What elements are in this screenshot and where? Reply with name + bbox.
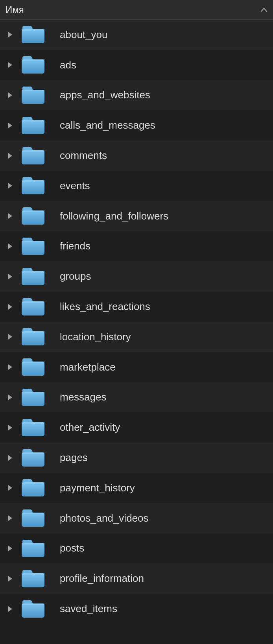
folder-icon bbox=[16, 176, 50, 195]
disclosure-triangle-icon[interactable] bbox=[5, 31, 16, 38]
folder-row[interactable]: about_you bbox=[0, 20, 273, 50]
folder-name: friends bbox=[60, 240, 90, 252]
folder-icon bbox=[16, 207, 50, 225]
svg-rect-7 bbox=[22, 120, 44, 122]
disclosure-triangle-icon[interactable] bbox=[5, 183, 16, 189]
folder-name: marketplace bbox=[60, 361, 116, 373]
folder-icon bbox=[16, 448, 50, 467]
folder-name: location_history bbox=[60, 331, 131, 343]
svg-rect-5 bbox=[22, 90, 44, 91]
svg-rect-15 bbox=[22, 241, 44, 242]
disclosure-triangle-icon[interactable] bbox=[5, 92, 16, 98]
folder-icon bbox=[16, 297, 50, 316]
folder-row[interactable]: following_and_followers bbox=[0, 201, 273, 231]
folder-row[interactable]: calls_and_messages bbox=[0, 110, 273, 140]
folder-row[interactable]: profile_information bbox=[0, 563, 273, 594]
disclosure-triangle-icon[interactable] bbox=[5, 153, 16, 159]
disclosure-triangle-icon[interactable] bbox=[5, 606, 16, 612]
folder-name: ads bbox=[60, 59, 76, 71]
folder-row[interactable]: comments bbox=[0, 140, 273, 171]
folder-list: about_you ads bbox=[0, 20, 273, 624]
file-list-panel: Имя bbox=[0, 0, 273, 624]
disclosure-triangle-icon[interactable] bbox=[5, 213, 16, 219]
svg-rect-18 bbox=[22, 301, 44, 316]
folder-row[interactable]: apps_and_websites bbox=[0, 80, 273, 111]
svg-rect-3 bbox=[22, 59, 44, 61]
svg-rect-37 bbox=[22, 573, 44, 575]
folder-row[interactable]: photos_and_videos bbox=[0, 503, 273, 533]
folder-row[interactable]: marketplace bbox=[0, 352, 273, 382]
disclosure-triangle-icon[interactable] bbox=[5, 515, 16, 521]
folder-name: messages bbox=[60, 391, 107, 403]
svg-rect-33 bbox=[22, 513, 44, 514]
svg-rect-20 bbox=[22, 331, 44, 345]
svg-rect-14 bbox=[22, 241, 44, 255]
svg-rect-30 bbox=[22, 482, 44, 496]
folder-row[interactable]: saved_items bbox=[0, 594, 273, 624]
folder-row[interactable]: pages bbox=[0, 443, 273, 473]
svg-rect-36 bbox=[22, 573, 44, 587]
disclosure-triangle-icon[interactable] bbox=[5, 394, 16, 400]
folder-row[interactable]: other_activity bbox=[0, 412, 273, 443]
svg-rect-2 bbox=[22, 59, 44, 74]
folder-name: events bbox=[60, 180, 90, 192]
folder-row[interactable]: posts bbox=[0, 533, 273, 564]
svg-rect-0 bbox=[22, 29, 44, 43]
svg-rect-9 bbox=[22, 150, 44, 152]
disclosure-triangle-icon[interactable] bbox=[5, 576, 16, 582]
column-header[interactable]: Имя bbox=[0, 0, 273, 20]
folder-row[interactable]: ads bbox=[0, 50, 273, 80]
folder-icon bbox=[16, 418, 50, 437]
svg-rect-28 bbox=[22, 452, 44, 467]
disclosure-triangle-icon[interactable] bbox=[5, 243, 16, 249]
svg-rect-25 bbox=[22, 392, 44, 393]
folder-name: photos_and_videos bbox=[60, 512, 149, 524]
svg-rect-10 bbox=[22, 180, 44, 194]
folder-icon bbox=[16, 358, 50, 376]
folder-row[interactable]: payment_history bbox=[0, 473, 273, 503]
disclosure-triangle-icon[interactable] bbox=[5, 485, 16, 491]
svg-rect-1 bbox=[22, 29, 44, 31]
folder-icon bbox=[16, 55, 50, 74]
folder-icon bbox=[16, 388, 50, 407]
svg-rect-26 bbox=[22, 422, 44, 436]
disclosure-triangle-icon[interactable] bbox=[5, 545, 16, 552]
folder-row[interactable]: likes_and_reactions bbox=[0, 292, 273, 322]
folder-name: payment_history bbox=[60, 482, 135, 494]
folder-icon bbox=[16, 539, 50, 558]
column-header-label: Имя bbox=[6, 4, 24, 15]
folder-row[interactable]: location_history bbox=[0, 322, 273, 352]
disclosure-triangle-icon[interactable] bbox=[5, 455, 16, 461]
svg-rect-21 bbox=[22, 331, 44, 333]
disclosure-triangle-icon[interactable] bbox=[5, 334, 16, 340]
folder-row[interactable]: events bbox=[0, 171, 273, 201]
folder-name: calls_and_messages bbox=[60, 119, 155, 131]
svg-rect-32 bbox=[22, 513, 44, 527]
folder-icon bbox=[16, 327, 50, 346]
folder-row[interactable]: friends bbox=[0, 231, 273, 262]
folder-icon bbox=[16, 600, 50, 618]
folder-name: following_and_followers bbox=[60, 210, 168, 222]
folder-row[interactable]: groups bbox=[0, 261, 273, 292]
folder-name: about_you bbox=[60, 29, 107, 41]
svg-rect-16 bbox=[22, 271, 44, 285]
svg-rect-22 bbox=[22, 362, 44, 376]
disclosure-triangle-icon[interactable] bbox=[5, 424, 16, 431]
svg-rect-38 bbox=[22, 603, 44, 618]
folder-name: posts bbox=[60, 542, 84, 554]
disclosure-triangle-icon[interactable] bbox=[5, 122, 16, 129]
svg-rect-19 bbox=[22, 301, 44, 303]
folder-icon bbox=[16, 146, 50, 165]
folder-name: comments bbox=[60, 149, 107, 162]
folder-name: groups bbox=[60, 270, 91, 282]
disclosure-triangle-icon[interactable] bbox=[5, 273, 16, 280]
svg-rect-4 bbox=[22, 90, 44, 104]
svg-rect-24 bbox=[22, 392, 44, 406]
svg-rect-23 bbox=[22, 362, 44, 363]
folder-row[interactable]: messages bbox=[0, 382, 273, 413]
disclosure-triangle-icon[interactable] bbox=[5, 62, 16, 68]
disclosure-triangle-icon[interactable] bbox=[5, 364, 16, 370]
svg-rect-8 bbox=[22, 150, 44, 164]
svg-rect-31 bbox=[22, 482, 44, 484]
disclosure-triangle-icon[interactable] bbox=[5, 304, 16, 310]
